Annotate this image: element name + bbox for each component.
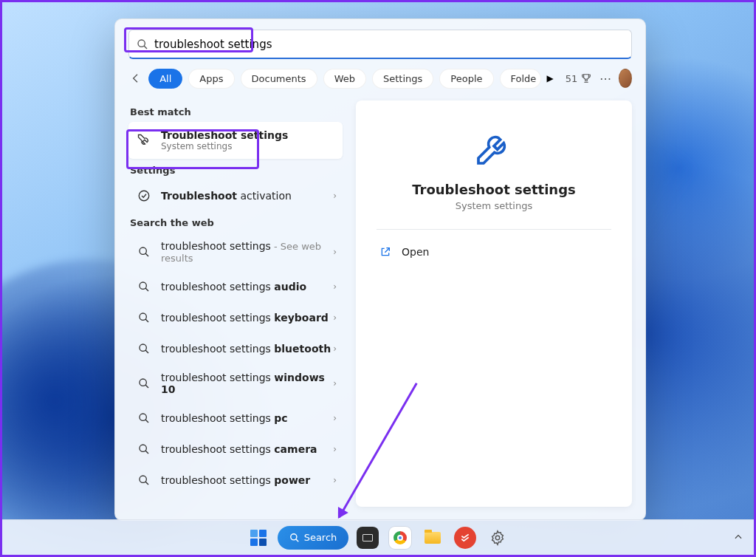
open-action[interactable]: Open: [377, 240, 611, 264]
best-match-title: Troubleshoot settings: [161, 129, 335, 141]
wrench-icon: [136, 132, 152, 148]
svg-point-7: [140, 313, 146, 320]
web-result-item[interactable]: troubleshoot settings audio ›: [128, 271, 343, 302]
start-button[interactable]: [245, 524, 272, 551]
taskbar-app-todoist[interactable]: [452, 524, 478, 551]
search-icon: [289, 533, 300, 543]
web-result-item[interactable]: troubleshoot settings windows 10 ›: [128, 364, 343, 403]
gear-icon: [489, 530, 506, 546]
results-column: Best match Troubleshoot settings System …: [115, 96, 351, 520]
taskbar-app-settings[interactable]: [484, 524, 511, 551]
svg-line-18: [145, 482, 148, 485]
chevron-right-icon: ›: [333, 413, 337, 423]
trophy-icon: [580, 72, 592, 84]
search-icon: [136, 441, 152, 457]
chevron-right-icon: ›: [333, 312, 337, 323]
svg-point-3: [140, 247, 146, 254]
settings-result-item[interactable]: Troubleshoot activation ›: [128, 180, 343, 211]
svg-point-0: [138, 40, 145, 47]
search-icon: [136, 410, 152, 426]
tab-folders[interactable]: Folders: [500, 69, 541, 89]
taskbar-app-chrome[interactable]: [387, 524, 413, 551]
wrench-icon: [473, 127, 515, 168]
preview-title: Troubleshoot settings: [377, 182, 611, 197]
search-icon: [136, 310, 152, 326]
preview-subtitle: System settings: [377, 200, 611, 211]
chevron-right-icon: ›: [333, 191, 337, 201]
tab-people[interactable]: People: [439, 69, 493, 89]
web-result-item[interactable]: troubleshoot settings camera ›: [128, 434, 343, 465]
open-link-icon: [379, 246, 391, 258]
search-icon: [136, 341, 152, 357]
task-view-button[interactable]: [354, 524, 381, 551]
svg-point-15: [140, 445, 146, 451]
search-input[interactable]: [154, 38, 624, 51]
check-circle-icon: [136, 188, 152, 204]
svg-point-5: [140, 282, 146, 289]
svg-line-12: [145, 385, 148, 388]
svg-point-2: [139, 191, 149, 201]
tab-web[interactable]: Web: [323, 69, 366, 89]
svg-line-14: [145, 420, 148, 423]
search-icon: [136, 472, 152, 488]
best-match-item[interactable]: Troubleshoot settings System settings: [128, 122, 343, 159]
search-icon: [136, 375, 152, 392]
svg-point-17: [140, 476, 146, 482]
search-box[interactable]: [128, 30, 632, 59]
chevron-right-icon: ›: [333, 281, 337, 292]
filter-row: All Apps Documents Web Settings People F…: [115, 68, 645, 96]
svg-point-11: [140, 379, 146, 386]
search-icon: [137, 38, 148, 50]
chevron-right-icon: ›: [333, 444, 337, 454]
web-result-item[interactable]: troubleshoot settings keyboard ›: [128, 302, 343, 333]
more-button[interactable]: ⋯: [598, 68, 612, 89]
best-match-header: Best match: [130, 106, 341, 117]
svg-point-19: [290, 533, 296, 539]
svg-line-10: [145, 350, 148, 353]
chevron-right-icon: ›: [333, 475, 337, 485]
svg-line-4: [145, 253, 148, 256]
chevron-right-icon: ›: [333, 344, 337, 354]
tray-overflow-button[interactable]: [733, 532, 743, 544]
chevron-right-icon: ›: [333, 378, 337, 389]
svg-point-21: [496, 536, 501, 540]
filter-overflow-button[interactable]: ▶: [547, 73, 554, 83]
rewards-badge[interactable]: 51: [566, 72, 593, 84]
user-avatar[interactable]: [619, 69, 632, 88]
tab-apps[interactable]: Apps: [188, 69, 234, 89]
svg-point-9: [140, 344, 146, 351]
svg-line-1: [144, 46, 147, 49]
svg-line-6: [145, 288, 148, 291]
web-result-item[interactable]: troubleshoot settings - See web results …: [128, 233, 343, 271]
taskbar-app-explorer[interactable]: [419, 524, 446, 551]
svg-line-20: [295, 539, 298, 541]
svg-line-16: [145, 451, 148, 454]
tab-documents[interactable]: Documents: [241, 69, 317, 89]
tab-all[interactable]: All: [148, 69, 182, 89]
chevron-right-icon: ›: [333, 247, 337, 257]
search-icon: [136, 244, 152, 260]
chevron-up-icon: [733, 532, 743, 542]
search-icon: [136, 278, 152, 295]
best-match-subtitle: System settings: [161, 141, 335, 151]
back-button[interactable]: [128, 68, 142, 89]
web-section-header: Search the web: [130, 217, 341, 228]
tab-settings[interactable]: Settings: [372, 69, 433, 89]
preview-pane: Troubleshoot settings System settings Op…: [356, 100, 632, 507]
web-result-item[interactable]: troubleshoot settings power ›: [128, 465, 343, 496]
web-result-item[interactable]: troubleshoot settings pc ›: [128, 403, 343, 434]
web-result-item[interactable]: troubleshoot settings bluetooth ›: [128, 333, 343, 364]
svg-point-13: [140, 414, 146, 420]
svg-line-8: [145, 319, 148, 322]
taskbar: Search: [2, 519, 754, 555]
taskbar-search-button[interactable]: Search: [278, 526, 349, 550]
settings-section-header: Settings: [130, 165, 341, 176]
